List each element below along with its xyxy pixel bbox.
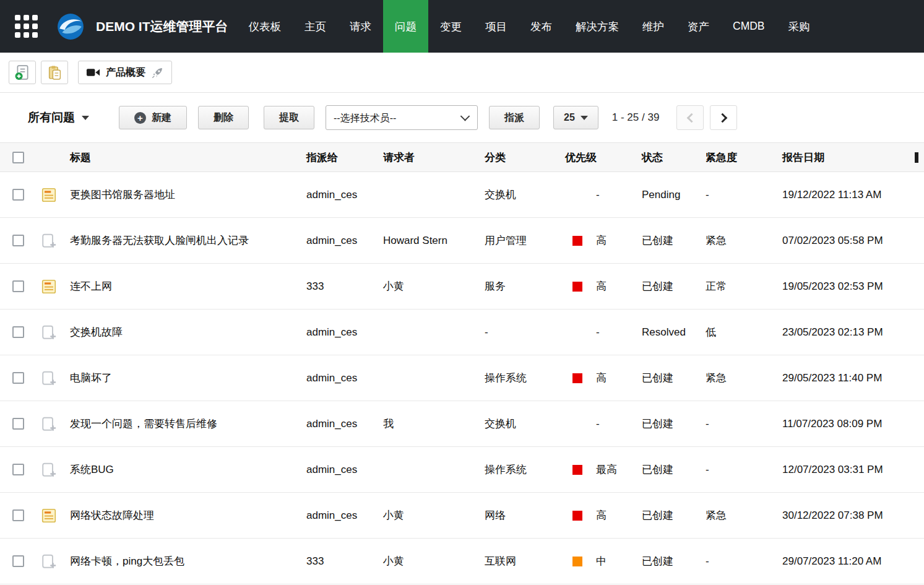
row-checkbox[interactable] [12,372,24,384]
nav-item-2[interactable]: 主页 [293,0,338,53]
row-title-link[interactable]: 考勤服务器无法获取人脸闸机出入记录 [70,235,249,246]
delete-button[interactable]: 删除 [198,106,249,129]
app-window: DEMO IT运维管理平台 仪表板主页请求问题变更项目发布解决方案维护资产CMD… [0,0,924,585]
delete-button-label: 删除 [214,111,233,124]
nav-item-label: 变更 [440,19,462,34]
select-all-checkbox[interactable] [12,152,24,163]
add-document-icon [41,233,57,249]
row-assigned: admin_ces [294,235,371,247]
row-checkbox[interactable] [12,235,24,246]
row-assigned: admin_ces [294,326,371,339]
row-requester: 我 [371,417,472,431]
column-header-reported[interactable]: 报告日期 [770,150,910,165]
nav-item-10[interactable]: 资产 [676,0,721,53]
nav-item-3[interactable]: 请求 [338,0,383,53]
row-checkbox[interactable] [12,464,24,475]
nav-item-5[interactable]: 变更 [428,0,473,53]
row-priority: 中 [596,554,607,568]
row-checkbox[interactable] [12,555,24,567]
nav-item-1[interactable]: 仪表板 [237,0,293,53]
priority-color-box [572,557,582,566]
row-title-link[interactable]: 连不上网 [70,280,112,292]
nav-item-4[interactable]: 问题 [383,0,428,53]
priority-color-box [572,511,582,521]
row-title-link[interactable]: 发现一个问题，需要转售后维修 [70,418,217,430]
row-type-icon-cell[interactable] [30,416,58,432]
row-type-icon-cell[interactable] [30,553,58,570]
row-title-link[interactable]: 系统BUG [70,464,114,475]
row-category: - [472,326,553,339]
nav-item-label: 维护 [642,19,664,34]
table-row: 网络卡顿，ping大包丢包 333 小黄 互联网 中 已创建 - 29/07/2… [0,539,924,584]
chevron-left-icon [687,113,697,123]
column-header-priority[interactable]: 优先级 [553,150,629,165]
pager [676,105,737,130]
assign-button[interactable]: 指派 [489,106,540,129]
assign-button-label: 指派 [504,111,524,124]
page-size-dropdown[interactable]: 25 [553,106,598,129]
column-header-category[interactable]: 分类 [472,150,553,165]
nav-item-7[interactable]: 发布 [519,0,564,53]
row-checkbox[interactable] [12,509,24,521]
row-reported: 23/05/2023 02:13 PM [770,326,910,339]
row-requester: 小黄 [371,554,472,568]
row-type-icon-cell[interactable] [30,324,58,340]
new-button[interactable]: + 新建 [119,106,187,129]
nav-item-8[interactable]: 解决方案 [564,0,631,53]
column-header-title[interactable]: 标题 [58,150,294,165]
nav-item-6[interactable]: 项目 [473,0,519,53]
nav-item-11[interactable]: CMDB [721,0,777,53]
row-checkbox[interactable] [12,280,24,292]
nav-item-label: 仪表板 [249,19,282,34]
nav-item-label: 发布 [530,19,552,34]
row-title-link[interactable]: 更换图书馆服务器地址 [70,189,175,201]
nav-item-9[interactable]: 维护 [631,0,676,53]
view-filter-dropdown[interactable]: 所有问题 [28,110,89,126]
pickup-button[interactable]: 提取 [264,106,314,129]
row-title-link[interactable]: 网络状态故障处理 [70,509,154,521]
row-type-icon-cell[interactable] [30,187,58,203]
priority-color-box [572,236,582,246]
row-urgency: - [693,464,770,476]
row-title-link[interactable]: 网络卡顿，ping大包丢包 [70,555,184,567]
column-header-urgency[interactable]: 紧急度 [693,150,770,165]
column-header-status[interactable]: 状态 [629,150,693,165]
row-assigned: admin_ces [294,418,371,430]
column-header-assigned[interactable]: 指派给 [294,150,371,165]
row-category: 服务 [472,279,553,293]
nav-item-label: 采购 [788,19,810,34]
row-checkbox[interactable] [12,189,24,201]
row-type-icon-cell[interactable] [30,279,58,295]
row-checkbox[interactable] [12,326,24,338]
row-type-icon-cell[interactable] [30,462,58,478]
row-urgency: - [693,418,770,430]
apps-menu-button[interactable] [0,0,53,53]
row-urgency: 正常 [693,279,770,293]
chevron-right-icon [718,113,728,123]
row-title-link[interactable]: 交换机故障 [70,326,123,338]
clipboard-icon [47,65,63,80]
row-type-icon-cell[interactable] [30,370,58,386]
new-button-label: 新建 [152,111,171,124]
nav-item-12[interactable]: 采购 [777,0,822,53]
next-page-button[interactable] [710,105,737,130]
product-overview-button[interactable]: 产品概要 [78,61,172,84]
row-type-icon-cell[interactable] [30,233,58,249]
row-assigned: admin_ces [294,189,371,201]
row-urgency: 低 [693,325,770,339]
row-requester: 小黄 [371,279,472,293]
row-category: 互联网 [472,554,553,568]
nav-item-label: 资产 [688,19,709,34]
new-document-button[interactable] [9,61,36,84]
row-assigned: admin_ces [294,464,371,476]
row-checkbox[interactable] [12,418,24,430]
row-status: 已创建 [629,371,693,385]
row-priority: 高 [596,233,607,248]
row-title-link[interactable]: 电脑坏了 [70,372,112,384]
row-status: 已创建 [629,508,693,522]
previous-page-button[interactable] [676,105,704,130]
technician-select[interactable]: --选择技术员-- [326,105,478,130]
column-header-requester[interactable]: 请求者 [371,150,472,165]
clipboard-button[interactable] [41,61,68,84]
row-type-icon-cell[interactable] [30,508,58,524]
